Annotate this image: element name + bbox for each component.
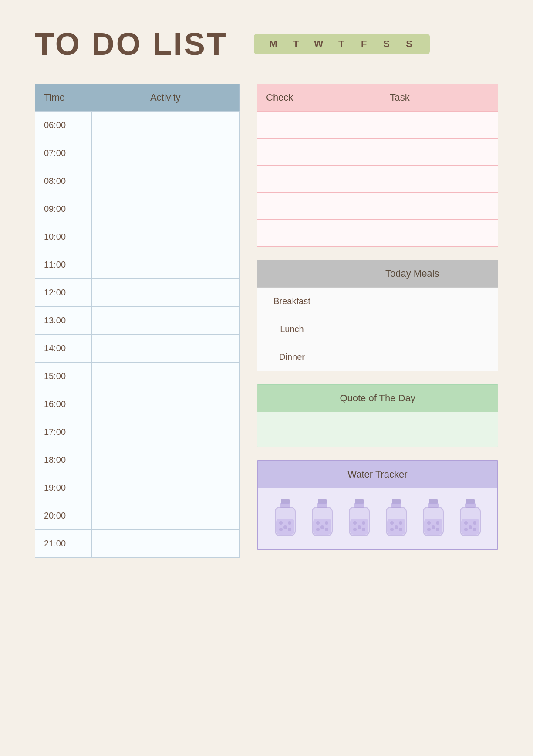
task-cell[interactable] (302, 139, 498, 166)
list-item: Breakfast (257, 288, 498, 315)
water-bottle[interactable] (307, 497, 337, 540)
svg-point-31 (390, 521, 394, 525)
time-cell: 10:00 (35, 223, 92, 251)
days-bar: MTWTFSS (254, 34, 430, 54)
table-row: 07:00 (35, 139, 240, 167)
time-cell: 16:00 (35, 390, 92, 418)
water-bottle[interactable] (270, 497, 300, 540)
table-row: 08:00 (35, 167, 240, 195)
svg-point-34 (390, 528, 394, 531)
water-bottle[interactable] (344, 497, 374, 540)
check-cell[interactable] (257, 220, 302, 247)
svg-point-53 (473, 528, 476, 531)
table-row: 21:00 (35, 530, 240, 558)
time-cell: 14:00 (35, 335, 92, 363)
svg-point-22 (353, 521, 357, 525)
water-bottle[interactable] (381, 497, 412, 540)
svg-point-40 (427, 521, 431, 525)
time-cell: 08:00 (35, 167, 92, 195)
main-content: Time Activity 06:00 07:00 08:00 09:00 10… (35, 84, 498, 558)
left-column: Time Activity 06:00 07:00 08:00 09:00 10… (35, 84, 240, 558)
quote-header: Quote of The Day (257, 385, 498, 412)
table-row: 20:00 (35, 502, 240, 530)
svg-point-42 (436, 521, 439, 525)
activity-cell[interactable] (92, 502, 240, 530)
check-cell[interactable] (257, 166, 302, 193)
table-row: 10:00 (35, 223, 240, 251)
time-activity-table: Time Activity 06:00 07:00 08:00 09:00 10… (35, 84, 240, 558)
activity-cell[interactable] (92, 390, 240, 418)
activity-cell[interactable] (92, 195, 240, 223)
activity-cell[interactable] (92, 251, 240, 279)
meal-label: Breakfast (257, 288, 327, 315)
activity-cell[interactable] (92, 530, 240, 558)
activity-cell[interactable] (92, 335, 240, 363)
svg-point-51 (473, 521, 476, 525)
time-cell: 17:00 (35, 418, 92, 446)
meal-value[interactable] (327, 343, 498, 371)
meal-value[interactable] (327, 315, 498, 343)
activity-cell[interactable] (92, 307, 240, 335)
water-bottle[interactable] (418, 497, 449, 540)
table-row (257, 112, 498, 139)
svg-point-50 (469, 525, 472, 529)
table-row: 12:00 (35, 279, 240, 307)
svg-point-35 (399, 528, 402, 531)
table-row: 18:00 (35, 446, 240, 474)
quote-body[interactable] (257, 412, 498, 447)
day-label: T (331, 38, 353, 50)
activity-cell[interactable] (92, 167, 240, 195)
task-cell[interactable] (302, 220, 498, 247)
svg-point-44 (436, 528, 439, 531)
check-cell[interactable] (257, 139, 302, 166)
activity-cell[interactable] (92, 446, 240, 474)
svg-point-23 (358, 525, 361, 529)
quote-section: Quote of The Day (257, 384, 498, 447)
svg-point-6 (288, 521, 291, 525)
activity-cell[interactable] (92, 474, 240, 502)
svg-point-14 (320, 525, 324, 529)
activity-cell[interactable] (92, 112, 240, 139)
meal-label: Dinner (257, 343, 327, 371)
svg-point-49 (464, 521, 468, 525)
svg-point-52 (464, 528, 468, 531)
day-label: T (285, 38, 308, 50)
check-cell[interactable] (257, 193, 302, 220)
activity-cell[interactable] (92, 139, 240, 167)
time-cell: 20:00 (35, 502, 92, 530)
right-column: Check Task T (257, 84, 498, 558)
time-cell: 13:00 (35, 307, 92, 335)
task-cell[interactable] (302, 193, 498, 220)
check-task-table: Check Task (257, 84, 498, 247)
day-label: M (263, 38, 285, 50)
water-tracker-section: Water Tracker (257, 460, 498, 550)
water-body (258, 488, 497, 549)
table-row (257, 139, 498, 166)
svg-point-32 (395, 525, 398, 529)
table-row: 06:00 (35, 112, 240, 139)
water-bottle[interactable] (455, 497, 486, 540)
activity-cell[interactable] (92, 279, 240, 307)
time-cell: 18:00 (35, 446, 92, 474)
table-row: 16:00 (35, 390, 240, 418)
svg-point-15 (325, 521, 328, 525)
page-title: TO DO LIST (35, 26, 228, 62)
activity-cell[interactable] (92, 363, 240, 390)
meal-value[interactable] (327, 288, 498, 315)
task-cell[interactable] (302, 166, 498, 193)
activity-cell[interactable] (92, 223, 240, 251)
day-label: W (308, 38, 331, 50)
svg-point-25 (353, 528, 357, 531)
task-cell[interactable] (302, 112, 498, 139)
page-header: TO DO LIST MTWTFSS (35, 26, 498, 62)
time-cell: 07:00 (35, 139, 92, 167)
svg-point-43 (427, 528, 431, 531)
check-cell[interactable] (257, 112, 302, 139)
day-label: S (376, 38, 398, 50)
day-label: F (353, 38, 376, 50)
svg-point-24 (362, 521, 365, 525)
meals-table: Today Meals Breakfast Lunch Dinner (257, 260, 498, 371)
table-row: 19:00 (35, 474, 240, 502)
activity-cell[interactable] (92, 418, 240, 446)
time-cell: 19:00 (35, 474, 92, 502)
